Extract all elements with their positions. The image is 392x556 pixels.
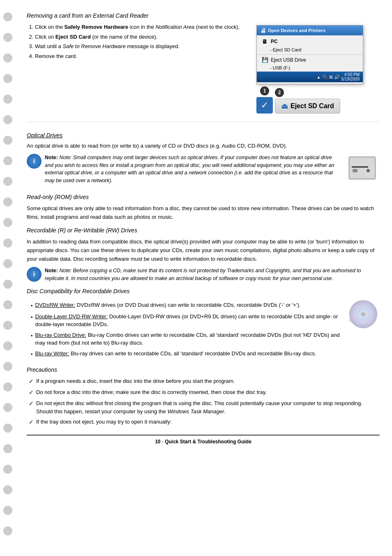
rw-title: Recordable (R) or Re-Writable (RW) Drive… bbox=[27, 227, 380, 234]
svg-rect-1 bbox=[350, 158, 374, 178]
optical-note-text: i Note: Note: Small computers may omit l… bbox=[27, 151, 341, 188]
circle-decoration bbox=[3, 74, 12, 83]
checkmark-box: ✓ bbox=[256, 97, 273, 114]
circle-decoration bbox=[3, 444, 12, 453]
taskbar-icons: ▲ 🔌 ⊞ 🔊 bbox=[317, 74, 340, 80]
windows-popup: 🖨 Open Devices and Printers 🖥 PC - Eject… bbox=[256, 25, 363, 84]
windows-popup-container: 🖨 Open Devices and Printers 🖥 PC - Eject… bbox=[256, 23, 380, 114]
note-icon-1: i bbox=[27, 154, 42, 169]
bullet-dot: • bbox=[31, 332, 33, 347]
footer-text: 10 - Quick Start & Troubleshooting Guide bbox=[155, 439, 251, 445]
circle-decoration bbox=[3, 300, 12, 309]
steps-list: Click on the Safely Remove Hardware icon… bbox=[35, 23, 248, 60]
note-box-2: i Note: Note: Before copying a CD, make … bbox=[27, 267, 380, 283]
hardware-icon: ⊞ bbox=[329, 74, 333, 80]
svg-rect-3 bbox=[353, 169, 357, 172]
popup-eject-sd-item[interactable]: - Eject SD Card bbox=[257, 46, 363, 53]
check-mark-icon: ✓ bbox=[29, 399, 34, 415]
circle-decoration bbox=[3, 362, 12, 371]
bullet-dot: • bbox=[31, 350, 33, 359]
disc-compat-list: • DVD±RW Writer: DVD±RW drives (or DVD D… bbox=[31, 301, 343, 358]
step-2: Click on Eject SD Card (or the name of t… bbox=[35, 33, 248, 41]
list-item: • Blu-ray Writer: Blu-ray drives can wri… bbox=[31, 350, 343, 359]
disc-compat-title: Disc Compatibility for Recordable Drives bbox=[27, 288, 380, 294]
step-circle-2: 2 bbox=[275, 88, 284, 97]
check-mark-icon: ✓ bbox=[29, 388, 34, 397]
svg-point-4 bbox=[367, 169, 370, 172]
precautions-title: Precautions bbox=[27, 366, 380, 373]
eject-usb-label: Eject USB Drive bbox=[271, 57, 306, 63]
usb-sub-label: - USB (F:) bbox=[270, 65, 291, 70]
disc-svg bbox=[347, 299, 380, 331]
precaution-text-1: If a program needs a disc, insert the di… bbox=[36, 377, 235, 386]
cd-drive-svg bbox=[347, 155, 378, 181]
taskbar-area: ▲ 🔌 ⊞ 🔊 4:50 PM 5/19/2009 bbox=[257, 72, 363, 82]
usb-drive-icon: 💾 bbox=[262, 57, 268, 63]
rom-title: Read-only (ROM) drives bbox=[27, 194, 380, 200]
dl-dvd-item: Double-Layer DVD-RW Writer: Double-Layer… bbox=[35, 313, 343, 329]
precautions-section: Precautions ✓ If a program needs a disc,… bbox=[27, 366, 380, 426]
bullet-dot: • bbox=[31, 302, 33, 310]
step-1: Click on the Safely Remove Hardware icon… bbox=[35, 23, 248, 31]
popup-body: 🖥 PC - Eject SD Card 💾 Eject USB Drive bbox=[257, 35, 363, 84]
svg-rect-2 bbox=[352, 166, 368, 168]
step-3: Wait until a Safe to Remove Hardware mes… bbox=[35, 42, 248, 51]
circle-decoration bbox=[3, 424, 12, 433]
left-decoration bbox=[0, 0, 23, 556]
note-content-2: Note: Before copying a CD, make sure tha… bbox=[45, 268, 361, 281]
rw-section: Recordable (R) or Re-Writable (RW) Drive… bbox=[27, 227, 380, 282]
circle-decoration bbox=[3, 115, 12, 124]
note-text-2: Note: Note: Before copying a CD, make su… bbox=[45, 267, 380, 283]
note-box-1: i Note: Note: Small computers may omit l… bbox=[27, 154, 341, 185]
precaution-item: ✓ Do not eject the disc without first cl… bbox=[29, 399, 380, 415]
circle-decoration bbox=[3, 53, 12, 63]
popup-header: 🖨 Open Devices and Printers bbox=[257, 25, 363, 35]
popup-eject-sd-label: - Eject SD Card bbox=[270, 47, 301, 52]
circle-decoration bbox=[3, 33, 12, 42]
check-mark-icon: ✓ bbox=[29, 418, 34, 426]
circle-decoration bbox=[3, 12, 12, 21]
popup-pc-label: PC bbox=[271, 39, 278, 44]
popup-eject-usb-item: 💾 Eject USB Drive bbox=[257, 56, 363, 64]
removing-steps-container: Click on the Safely Remove Hardware icon… bbox=[27, 23, 248, 114]
circle-decoration bbox=[3, 485, 12, 494]
circle-decoration bbox=[3, 341, 12, 350]
list-item: • DVD±RW Writer: DVD±RW drives (or DVD D… bbox=[31, 301, 343, 310]
optical-drives-title: Optical Drives bbox=[27, 132, 380, 139]
circle-decoration bbox=[3, 321, 12, 330]
circle-decoration bbox=[3, 177, 12, 186]
taskbar-time: 4:50 PM 5/19/2009 bbox=[341, 72, 360, 81]
pc-icon: 🖥 bbox=[262, 38, 267, 45]
tray-arrow-icon: ▲ bbox=[317, 75, 321, 79]
rw-text: In addition to reading data from compati… bbox=[27, 238, 380, 263]
note-text-1: Note: Note: Small computers may omit lar… bbox=[45, 154, 341, 185]
circle-decoration bbox=[3, 280, 12, 289]
precaution-text-4: If the tray does not eject, you may try … bbox=[36, 418, 172, 426]
check-mark-icon: ✓ bbox=[29, 377, 34, 386]
rom-section: Read-only (ROM) drives Some optical driv… bbox=[27, 194, 380, 222]
circle-decoration bbox=[3, 259, 12, 268]
circle-decoration bbox=[3, 239, 12, 248]
popup-pc-item: 🖥 PC bbox=[257, 37, 363, 46]
circle-decoration bbox=[3, 526, 12, 535]
rom-text: Some optical drives are only able to rea… bbox=[27, 204, 380, 222]
main-content: Removing a card from an External Card Re… bbox=[23, 0, 392, 556]
disc-compat-content: • DVD±RW Writer: DVD±RW drives (or DVD D… bbox=[27, 299, 380, 361]
circle-decoration bbox=[3, 156, 12, 165]
bluray-combo-item: Blu-ray Combo Drive: Blu-ray Combo drive… bbox=[35, 331, 343, 347]
note-content-1: Note: Small computers may omit larger de… bbox=[45, 155, 334, 183]
cd-drive-image-container bbox=[347, 155, 380, 183]
eject-popup-section: 1 ✓ 2 ⏏ Eject SD Card bbox=[256, 86, 380, 114]
precaution-text-2: Do not force a disc into the drive; make… bbox=[36, 388, 267, 397]
popup-usb-sub-item: - USB (F:) bbox=[257, 64, 363, 72]
list-item: • Double-Layer DVD-RW Writer: Double-Lay… bbox=[31, 313, 343, 329]
circle-decoration bbox=[3, 403, 12, 412]
precautions-list: ✓ If a program needs a disc, insert the … bbox=[29, 377, 380, 426]
time-display: 4:50 PM bbox=[341, 72, 360, 77]
precaution-text-3: Do not eject the disc without first clos… bbox=[36, 399, 380, 415]
optical-drives-intro: An optical drive is able to read from (o… bbox=[27, 142, 380, 151]
precaution-item: ✓ If the tray does not eject, you may tr… bbox=[29, 418, 380, 426]
circle-decoration bbox=[3, 197, 12, 206]
top-section: Click on the Safely Remove Hardware icon… bbox=[27, 23, 380, 114]
eject-sd-button[interactable]: ⏏ Eject SD Card bbox=[275, 99, 340, 114]
